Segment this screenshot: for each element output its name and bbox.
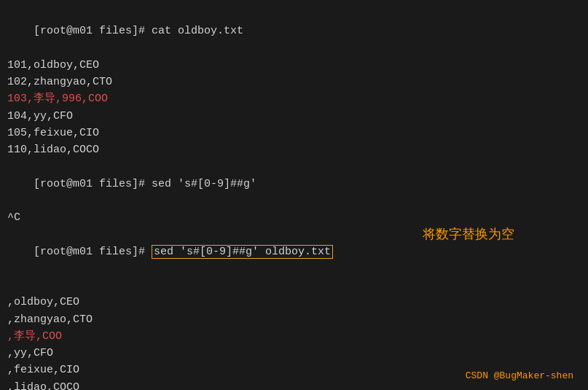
- line-sed1-out-3: ,李导,COO: [7, 328, 581, 345]
- line-out-3: 103,李导,996,COO: [7, 90, 581, 107]
- annotation-1: 将数字替换为空: [423, 225, 514, 245]
- line-out-2: 102,zhangyao,CTO: [7, 74, 581, 90]
- line-sed1-out-2: ,zhangyao,CTO: [7, 311, 581, 328]
- line-out-4: 104,yy,CFO: [7, 108, 581, 125]
- line-sed-cmd1: [root@m01 files]# sed 's#[0-9]##g' oldbo…: [7, 226, 581, 294]
- line-ctrlc: ^C: [7, 209, 581, 226]
- line-out-5: 105,feixue,CIO: [7, 125, 581, 141]
- line-out-6: 110,lidao,COCO: [7, 141, 581, 158]
- line-out-1: 101,oldboy,CEO: [7, 57, 581, 74]
- line-sed1-out-1: ,oldboy,CEO: [7, 294, 581, 311]
- terminal: [root@m01 files]# cat oldboy.txt 101,old…: [0, 0, 588, 390]
- line-sed1-out-4: ,yy,CFO: [7, 345, 581, 362]
- line-cat-cmd: [root@m01 files]# cat oldboy.txt: [7, 6, 581, 57]
- line-sed-prompt: [root@m01 files]# sed 's#[0-9]##g': [7, 158, 581, 209]
- prompt-1: [root@m01 files]# cat oldboy.txt: [34, 25, 243, 37]
- cmd-box-1: sed 's#[0-9]##g' oldboy.txt: [152, 245, 333, 259]
- csdn-label: CSDN @BugMaker-shen: [466, 370, 573, 381]
